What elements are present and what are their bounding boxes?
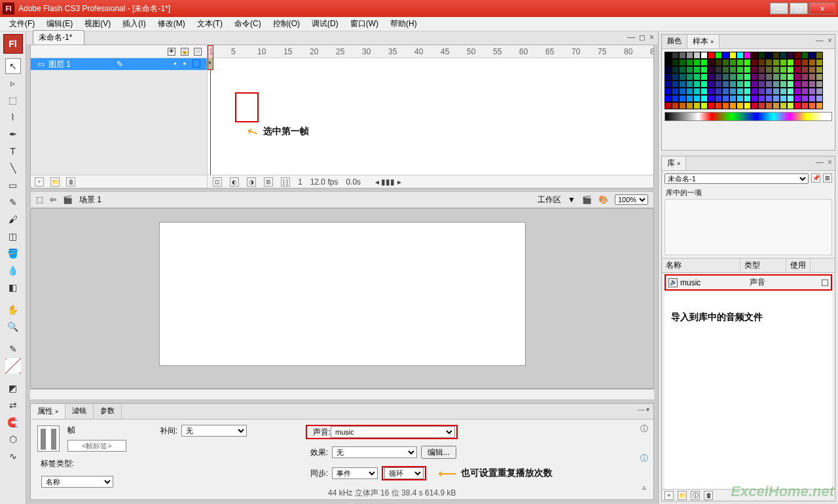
swatch[interactable] [773, 52, 780, 59]
swatch[interactable] [672, 59, 679, 66]
swatch[interactable] [729, 59, 737, 66]
swatch[interactable] [708, 95, 715, 102]
panel-menu-icon[interactable]: — ▾ [638, 406, 649, 413]
swatch[interactable] [715, 73, 722, 81]
stage[interactable] [159, 222, 526, 366]
modify-onion-button[interactable]: [·] [281, 177, 290, 187]
swatch[interactable] [729, 52, 737, 59]
swatch[interactable] [773, 73, 780, 81]
labeltype-select[interactable]: 名称 [41, 476, 113, 488]
menu-V[interactable]: 视图(V) [79, 17, 116, 31]
swatch[interactable] [686, 95, 693, 102]
outline-icon[interactable]: □ [194, 48, 202, 56]
swatch[interactable] [729, 73, 737, 81]
swatch[interactable] [708, 52, 715, 59]
swatch[interactable] [729, 95, 737, 102]
swatch[interactable] [744, 66, 751, 73]
swatch[interactable] [816, 59, 823, 66]
lock-dot[interactable]: • [183, 60, 186, 69]
brush-tool[interactable]: 🖌 [5, 211, 21, 227]
stroke-color[interactable]: ✎ [5, 341, 21, 357]
swatch[interactable] [787, 88, 794, 95]
swatch[interactable] [816, 52, 823, 59]
new-layer-button[interactable]: + [35, 177, 44, 187]
swatch[interactable] [809, 73, 816, 81]
swatch[interactable] [737, 59, 744, 66]
stage-area[interactable] [30, 208, 654, 389]
menu-T[interactable]: 文本(T) [192, 17, 228, 31]
swatch[interactable] [686, 88, 693, 95]
horizontal-scrollbar[interactable] [30, 389, 654, 399]
doc-minimize-icon[interactable]: — [627, 33, 635, 42]
swatch[interactable] [773, 66, 780, 73]
swatch[interactable] [816, 88, 823, 95]
swatch[interactable] [787, 81, 794, 88]
swatch[interactable] [737, 52, 744, 59]
swatch[interactable] [801, 66, 809, 73]
col-type[interactable]: 类型 [740, 259, 786, 272]
swatch[interactable] [780, 88, 787, 95]
swatch[interactable] [780, 52, 787, 59]
swatch[interactable] [744, 102, 751, 109]
swatch[interactable] [773, 81, 780, 88]
swatch[interactable] [801, 81, 809, 88]
swatch[interactable] [722, 95, 729, 102]
tab-parameters[interactable]: 参数 [94, 404, 122, 419]
snap-tool[interactable]: 🧲 [5, 414, 21, 430]
panel-close-icon[interactable]: × [828, 158, 832, 167]
swatch[interactable] [809, 102, 816, 109]
swatch[interactable] [708, 81, 715, 88]
swatch[interactable] [787, 73, 794, 81]
swatch[interactable] [794, 52, 801, 59]
help-icon[interactable]: ⓘ [640, 423, 648, 435]
swatch[interactable] [672, 102, 679, 109]
swatch[interactable] [693, 52, 701, 59]
swatch[interactable] [672, 52, 679, 59]
lasso-tool[interactable]: ⌇ [5, 109, 21, 125]
ink-bottle-tool[interactable]: ◫ [5, 228, 21, 244]
new-panel-icon[interactable]: ⊞ [823, 173, 832, 183]
panel-collapse-icon[interactable]: — [816, 158, 824, 167]
swatch[interactable] [773, 102, 780, 109]
swatch[interactable] [708, 59, 715, 66]
swap-colors-tool[interactable]: ⇄ [5, 397, 21, 413]
swatch[interactable] [794, 88, 801, 95]
swatch[interactable] [686, 73, 693, 81]
menu-C[interactable]: 命令(C) [229, 17, 266, 31]
swatch[interactable] [780, 102, 787, 109]
pin-icon[interactable]: 📌 [811, 173, 820, 183]
menu-M[interactable]: 修改(M) [153, 17, 191, 31]
pen-tool[interactable]: ✒ [5, 126, 21, 142]
swatch[interactable] [809, 52, 816, 59]
tween-select[interactable]: 无 [181, 425, 247, 437]
swatch[interactable] [715, 81, 722, 88]
swatch[interactable] [729, 81, 737, 88]
swatch[interactable] [794, 95, 801, 102]
tab-properties[interactable]: 属性 × [31, 404, 65, 419]
swatch[interactable] [722, 66, 729, 73]
swatch[interactable] [787, 52, 794, 59]
menu-H[interactable]: 帮助(H) [385, 17, 422, 31]
subselection-tool[interactable]: ▹ [5, 75, 21, 91]
black-white-tool[interactable]: ◩ [5, 380, 21, 396]
swatch[interactable] [787, 95, 794, 102]
swatch[interactable] [672, 88, 679, 95]
close-button[interactable]: ✕ [809, 3, 835, 14]
swatch[interactable] [722, 102, 729, 109]
playhead[interactable] [208, 45, 213, 70]
swatch[interactable] [708, 66, 715, 73]
workspace-label[interactable]: 工作区 [537, 194, 561, 206]
swatch[interactable] [693, 59, 701, 66]
document-tab[interactable]: 未命名-1* [33, 30, 84, 45]
swatch[interactable] [715, 59, 722, 66]
swatch[interactable] [701, 88, 708, 95]
new-folder-button[interactable]: 📁 [50, 177, 60, 187]
swatch-grid[interactable] [665, 52, 832, 109]
swatch[interactable] [715, 88, 722, 95]
minimize-button[interactable]: — [770, 3, 788, 14]
swatch[interactable] [701, 73, 708, 81]
swatch[interactable] [665, 73, 672, 81]
straighten-tool[interactable]: ⬡ [5, 431, 21, 447]
timeline-ruler[interactable]: 1510152025303540455055606570758085 [208, 45, 653, 58]
new-folder-button[interactable]: 📁 [678, 491, 687, 500]
